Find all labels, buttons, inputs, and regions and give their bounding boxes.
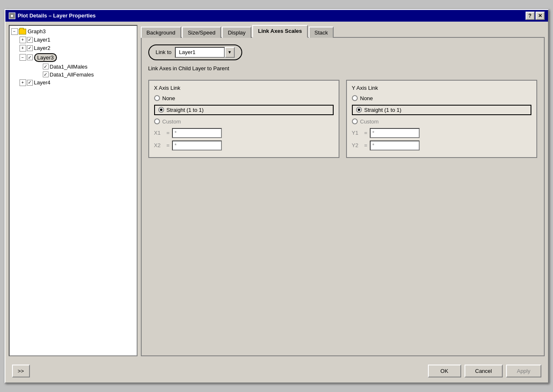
- tab-display[interactable]: Display: [222, 27, 251, 38]
- link-to-oval: Link to Layer1 ▼: [148, 44, 242, 60]
- y-axis-group: Y Axis Link None Straight (1 to 1) Custo…: [346, 80, 537, 158]
- tree-expand-graph3[interactable]: −: [11, 28, 18, 35]
- x-custom-option[interactable]: Custom: [154, 118, 334, 125]
- tree-label-layer4: Layer4: [34, 79, 51, 86]
- link-to-row: Link to Layer1 ▼: [148, 44, 537, 60]
- x-straight-radio[interactable]: [158, 107, 164, 113]
- tree-checkbox-layer2[interactable]: [27, 45, 33, 51]
- x-custom-radio[interactable]: [154, 118, 160, 124]
- y2-input[interactable]: [370, 141, 420, 150]
- y-straight-label: Straight (1 to 1): [364, 107, 402, 113]
- link-to-select[interactable]: Layer1: [175, 47, 225, 58]
- x2-input[interactable]: [172, 141, 222, 150]
- x2-label: X2: [154, 142, 164, 148]
- x-axis-title: X Axis Link: [154, 85, 334, 91]
- x2-eq: =: [167, 142, 170, 148]
- bottom-bar: >> OK Cancel Apply: [5, 360, 548, 382]
- tree-expand-layer2[interactable]: +: [20, 45, 26, 52]
- link-to-dropdown: Layer1 ▼: [175, 47, 235, 58]
- tree-item-data1-allfemales[interactable]: Data1_AllFemales: [36, 71, 135, 79]
- ok-button[interactable]: OK: [428, 365, 461, 377]
- tree-item-layer2[interactable]: + Layer2: [20, 44, 135, 52]
- x-custom-label: Custom: [162, 118, 181, 125]
- tree-item-layer3[interactable]: − Layer3: [20, 52, 135, 63]
- folder-icon: [19, 29, 26, 35]
- main-window: ■ Plot Details – Layer Properties ? ✕ − …: [5, 9, 549, 383]
- title-bar: ■ Plot Details – Layer Properties ? ✕: [5, 10, 548, 22]
- help-button[interactable]: ?: [526, 12, 535, 20]
- x1-eq: =: [167, 130, 170, 136]
- tab-background[interactable]: Background: [141, 27, 181, 38]
- tab-content: Link to Layer1 ▼ Link Axes in Child Laye…: [141, 37, 545, 356]
- y2-label: Y2: [352, 142, 362, 148]
- y-custom-option[interactable]: Custom: [352, 118, 531, 125]
- title-bar-left: ■ Plot Details – Layer Properties: [9, 12, 96, 19]
- x-none-option[interactable]: None: [154, 95, 334, 101]
- window-icon: ■: [9, 12, 15, 19]
- expand-button[interactable]: >>: [12, 365, 30, 377]
- tree-checkbox-data1-allfemales[interactable]: [43, 71, 49, 77]
- y-none-label: None: [360, 95, 373, 101]
- axis-groups: X Axis Link None Straight (1 to 1) Custo…: [148, 80, 537, 158]
- y2-input-row: Y2 =: [352, 141, 531, 150]
- tree-label-layer3: Layer3: [34, 53, 57, 62]
- y-straight-selected-box[interactable]: Straight (1 to 1): [352, 105, 531, 115]
- y1-input-row: Y1 =: [352, 128, 531, 138]
- tree-label-data1-allmales: Data1_AllMales: [50, 64, 88, 70]
- link-to-dropdown-arrow[interactable]: ▼: [225, 47, 235, 58]
- tab-content-spacer: [148, 163, 537, 349]
- tree-item-layer1[interactable]: + Layer1: [20, 36, 135, 44]
- y-none-radio[interactable]: [352, 95, 358, 101]
- x1-input[interactable]: [172, 128, 222, 138]
- tree-item-graph3[interactable]: − Graph3: [11, 27, 135, 36]
- tree-label-data1-allfemales: Data1_AllFemales: [50, 71, 94, 78]
- tree-label-layer1: Layer1: [34, 37, 51, 43]
- tree-panel: − Graph3 + Layer1 + Layer2 − Layer3: [9, 25, 138, 356]
- x-straight-label: Straight (1 to 1): [167, 107, 204, 113]
- tree-checkbox-layer1[interactable]: [27, 37, 33, 43]
- x-none-label: None: [162, 95, 175, 101]
- main-content: − Graph3 + Layer1 + Layer2 − Layer3: [5, 22, 548, 360]
- tree-expand-layer1[interactable]: +: [20, 37, 26, 43]
- x2-input-row: X2 =: [154, 141, 334, 150]
- tree-checkbox-layer3[interactable]: [27, 54, 33, 60]
- y-straight-radio[interactable]: [356, 107, 362, 113]
- tab-link-axes-scales[interactable]: Link Axes Scales: [252, 25, 308, 38]
- axes-in-child-label: Link Axes in Child Layer to Parent: [148, 65, 537, 71]
- y-custom-radio[interactable]: [352, 118, 358, 124]
- x-straight-selected-box[interactable]: Straight (1 to 1): [154, 105, 334, 115]
- tree-label-layer2: Layer2: [34, 45, 51, 51]
- right-panel: Background Size/Speed Display Link Axes …: [141, 25, 545, 356]
- x-axis-group: X Axis Link None Straight (1 to 1) Custo…: [148, 80, 339, 158]
- tree-expand-layer3[interactable]: −: [20, 54, 26, 61]
- y-axis-title: Y Axis Link: [352, 85, 531, 91]
- tree-label-graph3: Graph3: [28, 28, 46, 35]
- tree-checkbox-data1-allmales[interactable]: [43, 64, 49, 69]
- y1-input[interactable]: [370, 128, 420, 138]
- tree-expand-layer4[interactable]: +: [20, 79, 26, 86]
- y2-eq: =: [364, 142, 368, 148]
- title-buttons: ? ✕: [526, 12, 545, 20]
- window-title: Plot Details – Layer Properties: [18, 12, 96, 19]
- cancel-button[interactable]: Cancel: [465, 365, 503, 377]
- y-custom-label: Custom: [360, 118, 379, 125]
- x-none-radio[interactable]: [154, 95, 160, 101]
- close-button[interactable]: ✕: [536, 12, 545, 20]
- y-none-option[interactable]: None: [352, 95, 531, 101]
- tree-item-data1-allmales[interactable]: Data1_AllMales: [36, 63, 135, 71]
- link-to-label: Link to: [156, 49, 172, 55]
- tree-item-layer4[interactable]: + Layer4: [20, 79, 135, 87]
- y1-label: Y1: [352, 130, 362, 136]
- y1-eq: =: [364, 130, 368, 136]
- x1-label: X1: [154, 130, 164, 136]
- tab-stack[interactable]: Stack: [309, 27, 334, 38]
- apply-button[interactable]: Apply: [506, 365, 541, 377]
- x1-input-row: X1 =: [154, 128, 334, 138]
- tabs-bar: Background Size/Speed Display Link Axes …: [141, 25, 545, 37]
- tree-checkbox-layer4[interactable]: [27, 80, 33, 86]
- tab-size-speed[interactable]: Size/Speed: [182, 27, 221, 38]
